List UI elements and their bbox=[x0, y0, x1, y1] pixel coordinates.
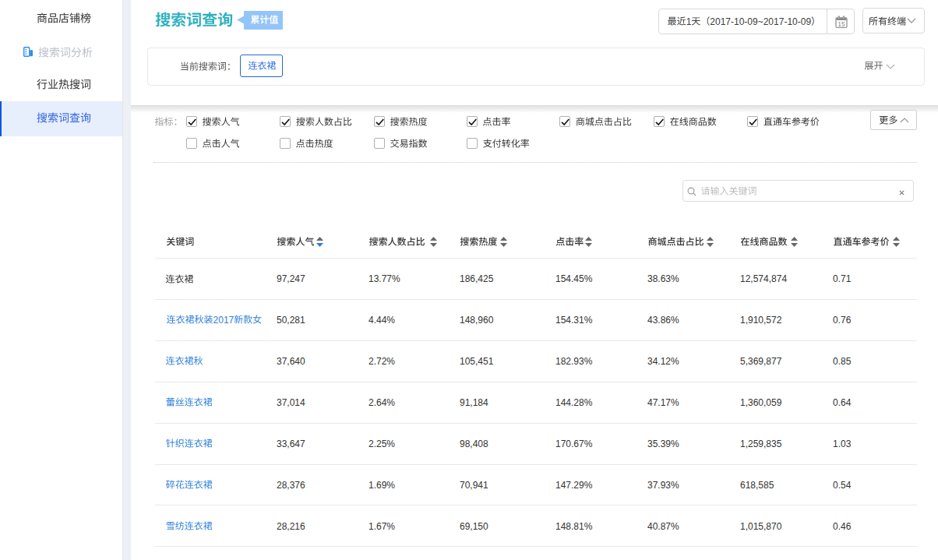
svg-text:15: 15 bbox=[838, 20, 845, 28]
svg-text:1: 1 bbox=[686, 16, 692, 27]
svg-text:2017: 2017 bbox=[213, 315, 235, 326]
svg-text:2017-10-09~2017-10-09: 2017-10-09~2017-10-09 bbox=[710, 16, 811, 27]
